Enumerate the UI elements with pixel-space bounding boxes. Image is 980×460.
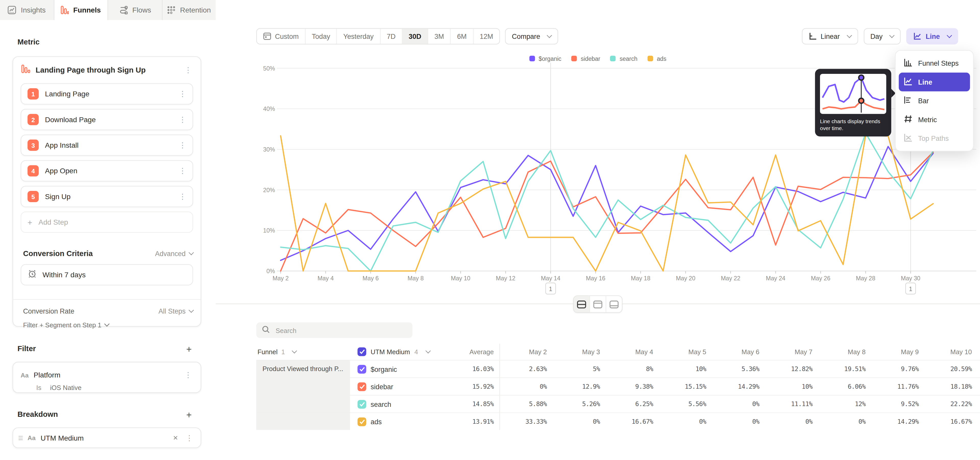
funnel-step-3[interactable]: 3App Install⋮: [21, 135, 193, 156]
row-day-value: 0%: [713, 418, 765, 425]
table-row-organic[interactable]: $organic16.03%2.63%5%8%10%5.36%12.82%19.…: [256, 360, 980, 377]
filter-segment-toggle[interactable]: Filter + Segment on Step 1: [23, 321, 193, 328]
row-day-value: 12.9%: [553, 383, 606, 390]
row-day-value: 9.38%: [606, 383, 659, 390]
chart-type-dropdown[interactable]: Line: [906, 28, 958, 45]
range-label: 30D: [409, 32, 421, 40]
clock-icon: [27, 269, 37, 281]
day-column-header[interactable]: May 5: [659, 348, 713, 356]
step-kebab-icon[interactable]: ⋮: [178, 115, 188, 125]
average-column-header[interactable]: Average: [444, 343, 500, 360]
funnel-step-1[interactable]: 1Landing Page⋮: [21, 83, 193, 104]
day-column-header[interactable]: May 8: [819, 348, 872, 356]
filter-segment-label: Filter + Segment on Step 1: [23, 321, 102, 328]
range-6m[interactable]: 6M: [451, 29, 474, 44]
chart-only-toggle[interactable]: [590, 296, 606, 312]
step-kebab-icon[interactable]: ⋮: [178, 140, 188, 150]
all-steps-dropdown[interactable]: All Steps: [159, 307, 193, 315]
step-kebab-icon[interactable]: ⋮: [178, 192, 188, 201]
add-step-button[interactable]: + Add Step: [21, 212, 193, 233]
top-paths-icon: [904, 133, 912, 143]
legend-item-sidebar[interactable]: sidebar: [571, 55, 600, 62]
add-filter-button[interactable]: +: [186, 343, 192, 354]
funnel-step-2[interactable]: 2Download Page⋮: [21, 109, 193, 130]
day-column-header[interactable]: May 6: [713, 348, 765, 356]
filter-value[interactable]: iOS Native: [50, 383, 81, 391]
breakdown-column-header[interactable]: UTM Medium 4: [350, 347, 444, 356]
granularity-dropdown[interactable]: Day: [863, 28, 900, 45]
day-column-header[interactable]: May 9: [872, 348, 925, 356]
select-all-checkbox[interactable]: [358, 347, 366, 356]
chevron-down-icon: [889, 33, 895, 38]
day-column-header[interactable]: May 7: [765, 348, 819, 356]
menu-item-funnel-steps[interactable]: Funnel Steps: [899, 54, 970, 73]
tab-flows[interactable]: Flows: [108, 0, 162, 20]
step-kebab-icon[interactable]: ⋮: [178, 89, 188, 99]
tab-funnels[interactable]: Funnels: [54, 0, 108, 20]
range-custom[interactable]: Custom: [257, 29, 306, 44]
row-day-value: 15.15%: [659, 383, 713, 390]
range-today[interactable]: Today: [305, 29, 337, 44]
step-kebab-icon[interactable]: ⋮: [178, 166, 188, 176]
funnel-step-4[interactable]: 4App Open⋮: [21, 160, 193, 181]
tab-label: Insights: [21, 6, 46, 14]
legend-item-organic[interactable]: $organic: [529, 55, 562, 62]
menu-item-bar[interactable]: Bar: [899, 91, 970, 110]
row-checkbox[interactable]: [358, 365, 366, 373]
tab-retention[interactable]: Retention: [162, 0, 216, 20]
day-column-header[interactable]: May 2: [500, 348, 553, 356]
breakdown-col-label: UTM Medium: [371, 348, 410, 356]
conversion-window-button[interactable]: Within 7 days: [21, 264, 193, 285]
legend-swatch: [648, 56, 653, 61]
svg-text:May 2: May 2: [272, 275, 289, 282]
breakdown-kebab-icon[interactable]: ⋮: [184, 433, 194, 442]
row-checkbox[interactable]: [358, 382, 366, 391]
scale-dropdown[interactable]: Linear: [802, 28, 858, 45]
metric-kebab-icon[interactable]: ⋮: [183, 65, 193, 75]
day-column-header[interactable]: May 3: [553, 348, 606, 356]
layout-toggle-group: [573, 295, 622, 313]
row-checkbox[interactable]: [358, 400, 366, 408]
range-3m[interactable]: 3M: [428, 29, 451, 44]
table-row-sidebar[interactable]: sidebar15.92%0%12.9%9.38%15.15%14.29%10%…: [256, 377, 980, 395]
range-7d[interactable]: 7D: [380, 29, 402, 44]
table-search[interactable]: [256, 322, 412, 338]
legend-item-search[interactable]: search: [610, 55, 638, 62]
day-column-header[interactable]: May 4: [606, 348, 659, 356]
filter-kebab-icon[interactable]: ⋮: [183, 370, 193, 380]
drag-handle-icon[interactable]: ☰: [18, 435, 22, 441]
range-30d[interactable]: 30D: [402, 29, 428, 44]
row-day-value: 8%: [606, 366, 659, 372]
search-input[interactable]: [274, 326, 407, 334]
breakdown-property-label: UTM Medium: [41, 434, 167, 441]
breakdown-card[interactable]: ☰ Aa UTM Medium ✕ ⋮: [13, 428, 201, 448]
conversion-criteria-label: Conversion Criteria: [23, 249, 155, 258]
filter-operator[interactable]: Is: [36, 383, 41, 391]
row-label: ads: [371, 418, 382, 425]
remove-breakdown-icon[interactable]: ✕: [172, 433, 180, 442]
range-12m[interactable]: 12M: [473, 29, 499, 44]
svg-text:20%: 20%: [263, 187, 275, 193]
row-label: sidebar: [371, 383, 393, 390]
menu-item-line[interactable]: Line: [899, 73, 970, 91]
split-view-toggle[interactable]: [574, 296, 590, 312]
table-only-toggle[interactable]: [606, 296, 622, 312]
compare-button[interactable]: Compare: [505, 28, 558, 45]
add-breakdown-button[interactable]: +: [186, 409, 192, 420]
tab-insights[interactable]: Insights: [0, 0, 54, 20]
row-day-value: 0%: [553, 418, 606, 425]
bar-chart-icon: [904, 96, 912, 106]
day-column-header[interactable]: May 10: [925, 348, 978, 356]
table-row-search[interactable]: search14.85%5.88%5.26%6.25%5.56%0%11.11%…: [256, 395, 980, 412]
granularity-label: Day: [870, 32, 883, 40]
advanced-dropdown[interactable]: Advanced: [155, 250, 193, 257]
legend-item-ads[interactable]: ads: [648, 55, 667, 62]
funnel-step-5[interactable]: 5Sign Up⋮: [21, 186, 193, 207]
filter-card[interactable]: Aa Platform ⋮ Is iOS Native: [13, 362, 201, 393]
table-row-ads[interactable]: ads13.91%33.33%0%16.67%0%0%0%0%14.29%16.…: [256, 412, 980, 430]
menu-item-metric[interactable]: Metric: [899, 110, 970, 129]
funnel-column-header[interactable]: Funnel 1: [256, 348, 350, 356]
range-yesterday[interactable]: Yesterday: [337, 29, 380, 44]
chart-type-menu: Funnel StepsLineBarMetricTop Paths: [895, 50, 974, 152]
row-checkbox[interactable]: [358, 417, 366, 426]
